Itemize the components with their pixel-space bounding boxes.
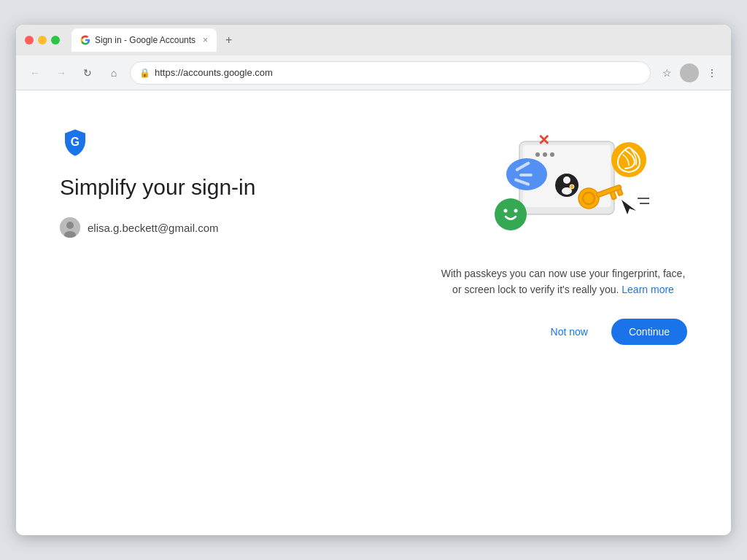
traffic-lights (25, 36, 60, 44)
close-button[interactable] (25, 36, 34, 44)
not-now-button[interactable]: Not now (539, 319, 600, 345)
svg-point-6 (535, 152, 540, 157)
minimize-button[interactable] (38, 36, 47, 44)
svg-point-19 (514, 209, 518, 213)
svg-point-17 (495, 198, 527, 230)
fullscreen-button[interactable] (51, 36, 60, 44)
home-button[interactable]: ⌂ (104, 63, 124, 83)
user-email: elisa.g.beckett@gmail.com (88, 222, 218, 234)
url-text: https://accounts.google.com (155, 67, 273, 78)
user-avatar (60, 217, 80, 238)
page-content: G Simplify your sign-in elisa.g.beckett@… (16, 90, 731, 535)
toolbar-actions: ☆ ⋮ (657, 63, 722, 83)
left-panel: G Simplify your sign-in elisa.g.beckett@… (60, 120, 395, 238)
title-bar: Sign in - Google Accounts × + (16, 25, 731, 55)
tab-title: Sign in - Google Accounts (95, 35, 196, 45)
address-bar[interactable]: 🔒 https://accounts.google.com (130, 61, 651, 85)
svg-point-12 (570, 184, 574, 189)
toolbar: ← → ↻ ⌂ 🔒 https://accounts.google.com ☆ … (16, 55, 731, 90)
reload-button[interactable]: ↻ (77, 63, 98, 83)
back-button[interactable]: ← (25, 63, 45, 83)
svg-rect-15 (519, 174, 533, 176)
svg-point-8 (550, 152, 554, 157)
new-tab-button[interactable]: + (220, 32, 238, 48)
profile-button[interactable] (680, 63, 699, 82)
svg-text:G: G (71, 136, 80, 148)
tab-bar: Sign in - Google Accounts × + (71, 28, 722, 52)
menu-button[interactable]: ⋮ (702, 63, 722, 83)
passkey-description: With passkeys you can now use your finge… (439, 265, 687, 298)
svg-point-10 (563, 176, 570, 184)
forward-button[interactable]: → (51, 63, 71, 83)
user-row: elisa.g.beckett@gmail.com (60, 217, 395, 238)
page-title: Simplify your sign-in (60, 175, 395, 200)
svg-point-18 (504, 209, 508, 213)
active-tab[interactable]: Sign in - Google Accounts × (71, 28, 217, 52)
tab-close-button[interactable]: × (203, 35, 208, 45)
right-panel: ✕ With passkeys you can now use your fin… (439, 120, 687, 345)
tab-favicon (80, 35, 90, 45)
continue-button[interactable]: Continue (611, 319, 687, 345)
google-shield-icon: G (60, 127, 90, 158)
learn-more-link[interactable]: Learn more (622, 284, 674, 295)
svg-point-2 (66, 222, 74, 229)
bookmark-button[interactable]: ☆ (657, 63, 677, 83)
svg-rect-24 (617, 189, 623, 196)
lock-icon: 🔒 (139, 68, 150, 78)
browser-window: Sign in - Google Accounts × + ← → ↻ ⌂ 🔒 … (16, 25, 731, 535)
passkey-illustration: ✕ (454, 120, 673, 251)
button-row: Not now Continue (439, 319, 687, 345)
svg-point-7 (543, 152, 547, 157)
svg-text:✕: ✕ (538, 132, 550, 148)
svg-marker-27 (622, 200, 636, 214)
